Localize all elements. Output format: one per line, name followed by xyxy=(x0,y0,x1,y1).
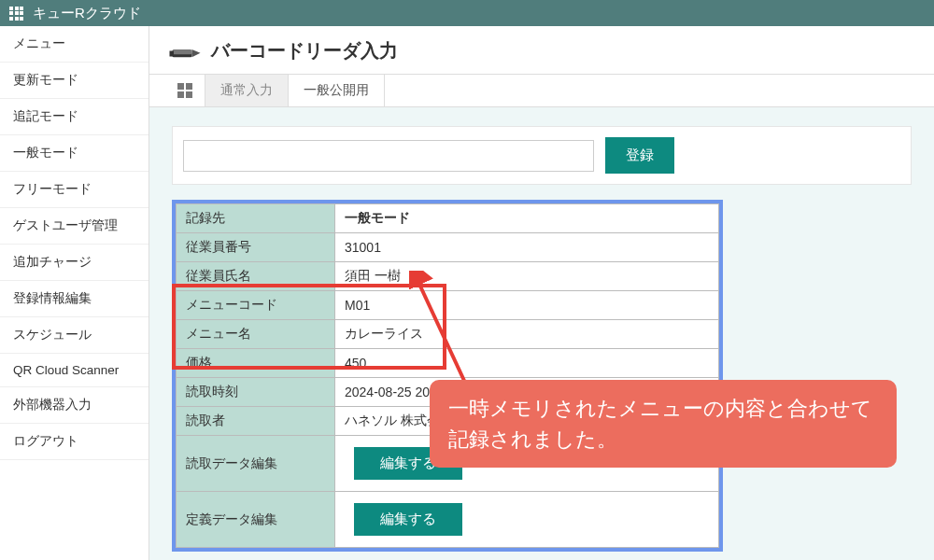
sidebar-item-menu[interactable]: メニュー xyxy=(0,26,149,63)
tab-grid-view[interactable] xyxy=(164,75,205,106)
sidebar-item-general-mode[interactable]: 一般モード xyxy=(0,135,149,172)
detail-table: 記録先一般モード 従業員番号31001 従業員氏名須田 一樹 メニューコードM0… xyxy=(176,203,719,548)
tabbar: 通常入力 一般公開用 xyxy=(149,74,934,107)
edit-def-data-button[interactable]: 編集する xyxy=(354,503,462,536)
sidebar-item-guest-users[interactable]: ゲストユーザ管理 xyxy=(0,208,149,245)
label-employee-name: 従業員氏名 xyxy=(177,262,335,291)
main-area: バーコードリーダ入力 通常入力 一般公開用 登録 記録先一般モード 従業員番号3… xyxy=(149,26,934,560)
row-employee-name: 従業員氏名須田 一樹 xyxy=(177,262,719,291)
tab-public[interactable]: 一般公開用 xyxy=(289,75,385,106)
sidebar-item-external-input[interactable]: 外部機器入力 xyxy=(0,387,149,424)
callout-text: 一時メモリされたメニューの内容と合わせて記録されました。 xyxy=(448,397,872,451)
value-employee-name: 須田 一樹 xyxy=(335,262,719,291)
register-button[interactable]: 登録 xyxy=(605,137,674,174)
input-row: 登録 xyxy=(172,126,912,185)
tab-normal-input[interactable]: 通常入力 xyxy=(205,75,289,106)
label-employee-no: 従業員番号 xyxy=(177,233,335,262)
sidebar-item-schedule[interactable]: スケジュール xyxy=(0,317,149,354)
label-destination: 記録先 xyxy=(177,204,335,233)
sidebar-item-logout[interactable]: ログアウト xyxy=(0,424,149,460)
svg-rect-3 xyxy=(170,51,175,57)
row-menu-code: メニューコードM01 xyxy=(177,291,719,320)
row-price: 価格450 xyxy=(177,349,719,378)
sidebar-item-qr-scanner[interactable]: QR Cloud Scanner xyxy=(0,354,149,387)
label-read-time: 読取時刻 xyxy=(177,378,335,407)
tiles-icon xyxy=(177,83,192,98)
label-edit-read-data: 読取データ編集 xyxy=(177,436,335,492)
value-menu-name: カレーライス xyxy=(335,320,719,349)
row-employee-no: 従業員番号31001 xyxy=(177,233,719,262)
row-edit-def-data: 定義データ編集編集する xyxy=(177,492,719,548)
sidebar: メニュー 更新モード 追記モード 一般モード フリーモード ゲストユーザ管理 追… xyxy=(0,26,149,560)
barcode-input[interactable] xyxy=(183,140,594,172)
app-title: キューRクラウド xyxy=(33,5,141,22)
label-price: 価格 xyxy=(177,349,335,378)
detail-box: 記録先一般モード 従業員番号31001 従業員氏名須田 一樹 メニューコードM0… xyxy=(172,200,723,552)
row-menu-name: メニュー名カレーライス xyxy=(177,320,719,349)
pen-icon xyxy=(168,35,211,66)
value-menu-code: M01 xyxy=(335,291,719,320)
value-destination: 一般モード xyxy=(335,204,719,233)
app-grid-icon xyxy=(9,7,23,21)
sidebar-item-edit-registration[interactable]: 登録情報編集 xyxy=(0,281,149,317)
value-price: 450 xyxy=(335,349,719,378)
page-header: バーコードリーダ入力 xyxy=(149,26,934,74)
label-edit-def-data: 定義データ編集 xyxy=(177,492,335,548)
label-menu-code: メニューコード xyxy=(177,291,335,320)
content: 登録 記録先一般モード 従業員番号31001 従業員氏名須田 一樹 メニューコー… xyxy=(149,107,934,560)
sidebar-item-update-mode[interactable]: 更新モード xyxy=(0,63,149,99)
page-title: バーコードリーダ入力 xyxy=(211,38,398,63)
row-destination: 記録先一般モード xyxy=(177,204,719,233)
value-employee-no: 31001 xyxy=(335,233,719,262)
svg-rect-1 xyxy=(173,49,192,54)
sidebar-item-free-mode[interactable]: フリーモード xyxy=(0,172,149,208)
sidebar-item-append-mode[interactable]: 追記モード xyxy=(0,99,149,135)
topbar: キューRクラウド xyxy=(0,0,934,26)
sidebar-item-add-charge[interactable]: 追加チャージ xyxy=(0,245,149,281)
label-menu-name: メニュー名 xyxy=(177,320,335,349)
annotation-callout: 一時メモリされたメニューの内容と合わせて記録されました。 xyxy=(430,380,897,468)
label-reader: 読取者 xyxy=(177,407,335,436)
svg-marker-2 xyxy=(192,49,201,57)
